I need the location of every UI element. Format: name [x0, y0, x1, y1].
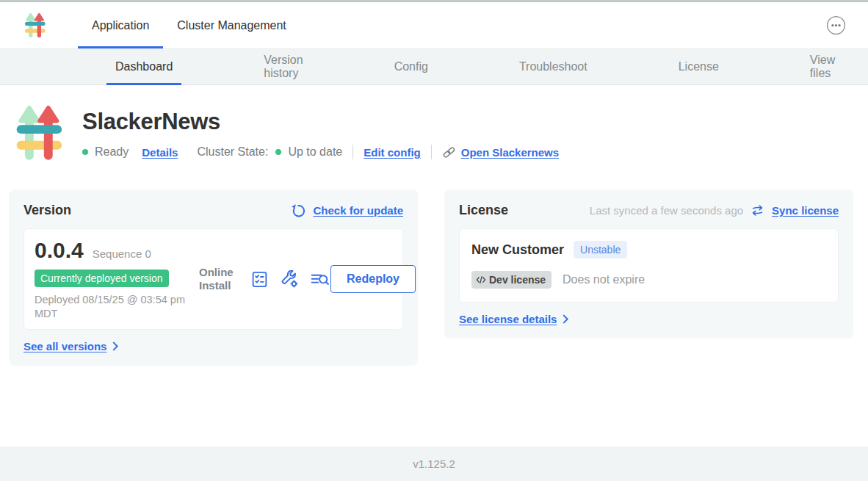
more-menu-button[interactable] — [826, 15, 846, 35]
license-type-label: Dev license — [489, 274, 546, 286]
sequence-label: Sequence 0 — [93, 247, 151, 260]
deployed-badge: Currently deployed version — [35, 270, 169, 287]
ellipsis-icon — [826, 15, 846, 35]
subnav-item-dashboard[interactable]: Dashboard — [106, 49, 181, 84]
tab-cluster-management-label: Cluster Management — [177, 19, 286, 32]
sync-arrows-icon — [751, 203, 764, 217]
subnav-item-config[interactable]: Config — [386, 49, 437, 84]
subnav-config-label: Config — [394, 60, 428, 73]
chevron-right-icon — [112, 341, 119, 351]
license-type-badge: Dev license — [471, 271, 551, 289]
sync-license-link[interactable]: Sync license — [772, 204, 839, 217]
wrench-gear-icon[interactable] — [280, 270, 299, 289]
footer-version: v1.125.2 — [413, 458, 455, 470]
subnav-dashboard-label: Dashboard — [115, 60, 173, 73]
tab-application-label: Application — [92, 19, 149, 32]
console-footer: v1.125.2 — [0, 446, 868, 481]
redeploy-button[interactable]: Redeploy — [330, 265, 416, 293]
subnav-item-license[interactable]: License — [670, 49, 728, 84]
header-tabs: Application Cluster Management — [78, 2, 300, 48]
channel-badge: Unstable — [574, 241, 627, 258]
last-synced-text: Last synced a few seconds ago — [590, 204, 743, 217]
app-logo-icon — [24, 12, 47, 39]
version-number: 0.0.4 — [35, 238, 84, 263]
app-status-text: Ready — [95, 145, 129, 159]
subnav-item-troubleshoot[interactable]: Troubleshoot — [510, 49, 596, 84]
details-link[interactable]: Details — [142, 146, 178, 159]
cluster-state-value: Up to date — [288, 145, 342, 159]
top-navbar: Application Cluster Management — [0, 2, 868, 49]
deployed-timestamp: Deployed 08/15/25 @ 03:54 pm MDT — [35, 293, 185, 320]
license-panel: New Customer Unstable Dev license — [459, 228, 839, 303]
code-icon — [476, 275, 486, 284]
see-license-details-link[interactable]: See license details — [459, 313, 557, 325]
app-subnav: Dashboard Version history Config Trouble… — [0, 49, 868, 85]
current-version-panel: 0.0.4 Sequence 0 Currently deployed vers… — [23, 228, 403, 330]
open-app-link[interactable]: Open Slackernews — [461, 146, 559, 159]
subnav-view-files-label: View files — [810, 54, 835, 80]
edit-config-link[interactable]: Edit config — [364, 146, 421, 159]
version-card-title: Version — [23, 203, 71, 218]
subnav-version-history-label: Version history — [264, 54, 303, 80]
install-type-label: Online Install — [199, 266, 239, 292]
subnav-license-label: License — [679, 60, 719, 73]
app-status-dot — [82, 149, 88, 155]
tab-cluster-management[interactable]: Cluster Management — [163, 2, 300, 48]
divider — [431, 145, 432, 159]
cluster-state-dot — [275, 149, 281, 155]
check-for-update-link[interactable]: Check for update — [313, 204, 403, 217]
subnav-troubleshoot-label: Troubleshoot — [519, 60, 587, 73]
license-card: License Last synced a few seconds ago Sy… — [444, 189, 853, 339]
tab-application[interactable]: Application — [78, 2, 163, 48]
subnav-item-view-files[interactable]: View files — [801, 49, 844, 84]
page-title: SlackerNews — [82, 109, 559, 135]
see-all-versions-link[interactable]: See all versions — [23, 340, 106, 352]
license-card-title: License — [459, 203, 508, 218]
link-chain-icon — [442, 145, 456, 159]
divider — [352, 145, 353, 159]
dashboard-main: SlackerNews Ready Details Cluster State:… — [0, 85, 868, 366]
expiry-text: Does not expire — [563, 273, 645, 286]
app-icon — [15, 103, 66, 163]
version-card: Version Check for update 0.0.4 Sequ — [9, 189, 418, 366]
chevron-right-icon — [563, 314, 569, 324]
logs-search-icon[interactable] — [310, 270, 330, 289]
refresh-icon — [291, 203, 305, 218]
preflight-checklist-icon[interactable] — [250, 270, 269, 289]
cluster-state-label: Cluster State: — [197, 145, 268, 159]
customer-name: New Customer — [471, 242, 564, 258]
subnav-item-version-history[interactable]: Version history — [255, 49, 311, 84]
